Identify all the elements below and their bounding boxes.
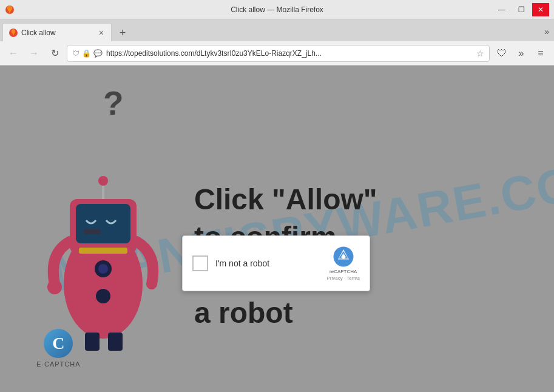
restore-button[interactable]: ❐ [513, 3, 530, 16]
title-bar: Click allow — Mozilla Firefox — ❐ ✕ [0, 0, 554, 19]
recaptcha-widget: I'm not a robot reCAPTCHA Privacy · Term… [182, 235, 370, 291]
window-controls: — ❐ ✕ [493, 3, 549, 16]
recaptcha-checkbox[interactable] [192, 255, 208, 271]
back-button[interactable]: ← [5, 45, 22, 62]
svg-rect-5 [84, 229, 101, 234]
new-tab-button[interactable]: + [114, 24, 131, 41]
tab-click-allow[interactable]: Click allow × [2, 23, 112, 41]
url-text: https://topeditsolutions.com/dLtykv3tsrI… [106, 49, 473, 58]
bookmark-star-icon[interactable]: ☆ [476, 49, 484, 58]
recaptcha-links: Privacy · Terms [326, 275, 360, 281]
firefox-icon [5, 5, 15, 15]
svg-rect-4 [76, 204, 130, 243]
extensions-button[interactable]: » [513, 45, 530, 62]
recaptcha-label: I'm not a robot [215, 259, 269, 268]
permissions-icon: 💬 [93, 49, 103, 58]
forward-button[interactable]: → [25, 45, 42, 62]
firefox-shield-button[interactable]: 🛡 [493, 45, 510, 62]
tab-bar-right: » [542, 24, 552, 41]
tab-favicon [9, 29, 18, 37]
menu-button[interactable]: ≡ [532, 45, 549, 62]
recaptcha-left: I'm not a robot [192, 255, 269, 271]
svg-rect-12 [108, 333, 123, 351]
main-text-line4: a robot [194, 294, 377, 332]
recaptcha-logo-icon [333, 246, 354, 268]
reload-button[interactable]: ↻ [46, 45, 63, 62]
close-button[interactable]: ✕ [532, 3, 549, 16]
window-title: Click allow — Mozilla Firefox [231, 5, 323, 14]
lock-icon: 🔒 [82, 49, 91, 58]
svg-rect-11 [85, 333, 100, 351]
ecaptcha-label: C E-CAPTCHA [36, 329, 81, 368]
minimize-button[interactable]: — [493, 3, 510, 16]
recaptcha-terms-link[interactable]: Terms [346, 275, 360, 281]
tracking-protection-icon: 🛡 [72, 49, 79, 58]
svg-point-16 [342, 255, 345, 259]
tab-label: Click allow [21, 29, 94, 37]
recaptcha-right: reCAPTCHA Privacy · Terms [326, 246, 360, 281]
svg-rect-6 [79, 248, 127, 254]
tab-close-button[interactable]: × [98, 27, 105, 39]
svg-point-14 [98, 176, 108, 186]
address-security-icons: 🛡 🔒 💬 [72, 49, 103, 58]
ecaptcha-letter: C [52, 334, 64, 353]
address-bar[interactable]: 🛡 🔒 💬 https://topeditsolutions.com/dLtyk… [67, 45, 490, 62]
web-content: MYANTISPYWARE.COM ? [0, 66, 554, 392]
title-bar-left [5, 5, 15, 15]
tab-bar: Click allow × + » [0, 19, 554, 41]
nav-bar: ← → ↻ 🛡 🔒 💬 https://topeditsolutions.com… [0, 41, 554, 66]
svg-point-10 [96, 289, 110, 303]
svg-point-9 [98, 264, 108, 274]
robot-illustration [36, 90, 170, 357]
ecaptcha-text: E-CAPTCHA [36, 360, 81, 368]
main-text-line1: Click "Allow" [194, 181, 377, 218]
svg-point-7 [47, 280, 62, 294]
nav-right-icons: 🛡 » ≡ [493, 45, 549, 62]
recaptcha-privacy-link[interactable]: Privacy [326, 275, 342, 281]
ecaptcha-logo: C [44, 329, 73, 358]
expand-tabs-button[interactable]: » [542, 24, 552, 39]
recaptcha-brand-label: reCAPTCHA [329, 269, 357, 274]
